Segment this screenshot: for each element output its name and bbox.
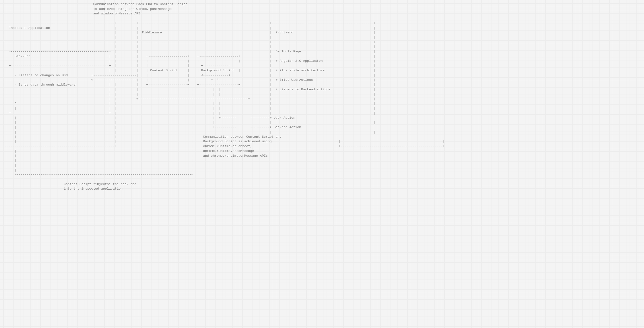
ascii-diagram: Communication between Back-End to Conten… (0, 0, 644, 199)
